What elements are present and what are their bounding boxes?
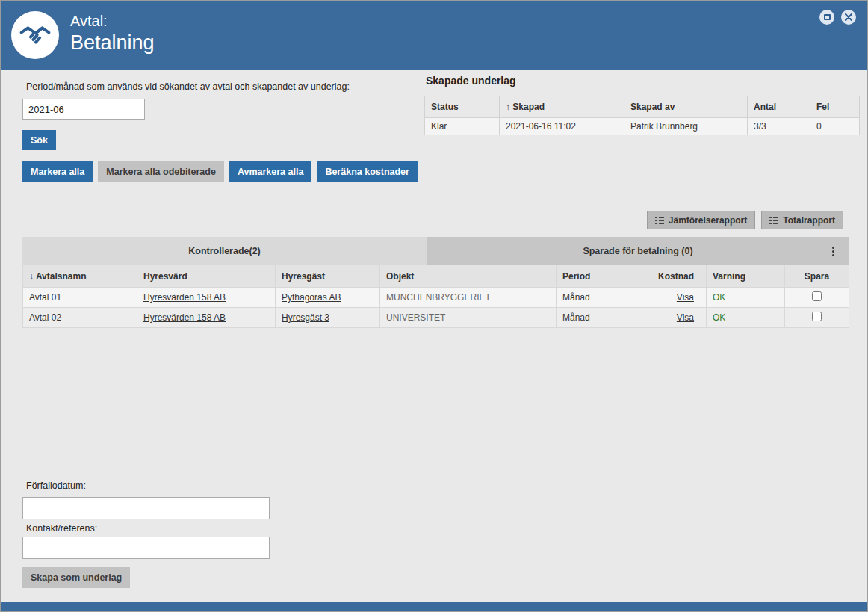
agreement-period: Månad: [557, 288, 624, 308]
underlag-status: Klar: [425, 118, 500, 135]
warning-status: OK: [707, 308, 785, 328]
col-avtalsnamn[interactable]: ↓ Avtalsnamn: [23, 265, 137, 288]
show-cost-link[interactable]: Visa: [677, 312, 694, 323]
col-spara[interactable]: Spara: [785, 265, 849, 288]
search-button[interactable]: Sök: [22, 130, 56, 150]
underlag-count: 3/3: [748, 118, 810, 135]
restore-icon: [824, 14, 831, 20]
app-header: Avtal: Betalning: [1, 1, 867, 70]
tab-sparade-for-betalning[interactable]: Sparade för betalning (0): [427, 237, 849, 265]
report-icon: [769, 216, 778, 225]
app-title-line1: Avtal:: [70, 11, 155, 31]
deselect-all-button[interactable]: Avmarkera alla: [229, 161, 312, 182]
report-icon: [655, 216, 664, 225]
app-window: Avtal: Betalning Period/månad som använd…: [0, 0, 868, 612]
col-kostnad[interactable]: Kostnad: [624, 265, 707, 288]
agreement-name: Avtal 02: [23, 308, 137, 328]
col-varning[interactable]: Varning: [707, 265, 785, 288]
agreement-name: Avtal 01: [23, 288, 137, 308]
window-bottom-bar: [1, 602, 867, 611]
landlord-link[interactable]: Hyresvärden 158 AB: [143, 292, 226, 303]
underlag-col-created-by[interactable]: Skapad av: [624, 96, 748, 118]
agreement-period: Månad: [557, 308, 624, 328]
tenant-link[interactable]: Hyresgäst 3: [282, 312, 329, 323]
underlag-col-status[interactable]: Status: [425, 96, 500, 118]
col-objekt[interactable]: Objekt: [380, 265, 557, 288]
underlag-col-created[interactable]: ↑ Skapad: [500, 96, 624, 118]
total-report-button[interactable]: Totalrapport: [761, 211, 843, 229]
contact-reference-input[interactable]: [22, 537, 270, 559]
app-title: Avtal: Betalning: [70, 11, 155, 55]
tab-kontrollerade[interactable]: Kontrollerade(2): [22, 237, 427, 265]
agreements-table: ↓ Avtalsnamn Hyresvärd Hyresgäst Objekt …: [22, 265, 849, 328]
period-label: Period/månad som används vid sökandet av…: [26, 81, 350, 92]
due-date-label: Förfallodatum:: [26, 480, 86, 491]
col-hyresgast[interactable]: Hyresgäst: [276, 265, 380, 288]
contact-reference-label: Kontakt/referens:: [26, 523, 97, 534]
agreement-row: Avtal 02 Hyresvärden 158 AB Hyresgäst 3 …: [23, 308, 849, 328]
underlag-col-errors[interactable]: Fel: [810, 96, 860, 118]
underlag-col-count[interactable]: Antal: [748, 96, 810, 118]
underlag-header-row: Status ↑ Skapad Skapad av Antal Fel: [425, 96, 860, 118]
save-checkbox[interactable]: [812, 291, 822, 301]
agreement-object: MUNCHENBRYGGERIET: [380, 288, 557, 308]
tab-bar: Kontrollerade(2) Sparade för betalning (…: [22, 237, 849, 265]
landlord-link[interactable]: Hyresvärden 158 AB: [143, 312, 226, 323]
comparison-report-button[interactable]: Jämförelserapport: [647, 211, 755, 229]
agreement-row: Avtal 01 Hyresvärden 158 AB Pythagoras A…: [23, 288, 849, 308]
report-button-row: Jämförelserapport Totalrapport: [647, 211, 843, 229]
select-all-unbilled-button[interactable]: Markera alla odebiterade: [98, 161, 224, 182]
underlag-errors: 0: [810, 118, 860, 135]
col-period[interactable]: Period: [557, 265, 624, 288]
create-underlag-button[interactable]: Skapa som underlag: [22, 567, 130, 588]
kebab-menu-icon: [832, 247, 834, 249]
created-underlag-table: Status ↑ Skapad Skapad av Antal Fel Klar…: [424, 96, 860, 135]
action-button-row: Markera alla Markera alla odebiterade Av…: [22, 161, 418, 182]
close-window-button[interactable]: [841, 10, 856, 25]
select-all-button[interactable]: Markera alla: [22, 161, 93, 182]
agreements-header-row: ↓ Avtalsnamn Hyresvärd Hyresgäst Objekt …: [23, 265, 849, 288]
close-icon: [845, 13, 852, 21]
warning-status: OK: [707, 288, 785, 308]
due-date-input[interactable]: [22, 497, 270, 519]
underlag-created-by: Patrik Brunnberg: [624, 118, 748, 135]
window-controls: [819, 10, 856, 25]
save-checkbox[interactable]: [812, 312, 822, 321]
underlag-row: Klar 2021-06-16 11:02 Patrik Brunnberg 3…: [425, 118, 860, 135]
total-report-label: Totalrapport: [783, 215, 835, 226]
tab-menu-button[interactable]: [825, 242, 841, 260]
created-underlag-title: Skapade underlag: [426, 75, 516, 87]
agreement-object: UNIVERSITET: [380, 308, 557, 328]
show-cost-link[interactable]: Visa: [677, 292, 694, 303]
handshake-logo-icon: [11, 11, 59, 59]
col-hyresvard[interactable]: Hyresvärd: [137, 265, 276, 288]
period-input[interactable]: [22, 99, 145, 120]
app-title-line2: Betalning: [70, 31, 155, 55]
underlag-created: 2021-06-16 11:02: [500, 118, 624, 135]
restore-window-button[interactable]: [819, 10, 834, 25]
calculate-costs-button[interactable]: Beräkna kostnader: [317, 161, 418, 182]
tenant-link[interactable]: Pythagoras AB: [282, 292, 341, 303]
comparison-report-label: Jämförelserapport: [669, 215, 747, 226]
